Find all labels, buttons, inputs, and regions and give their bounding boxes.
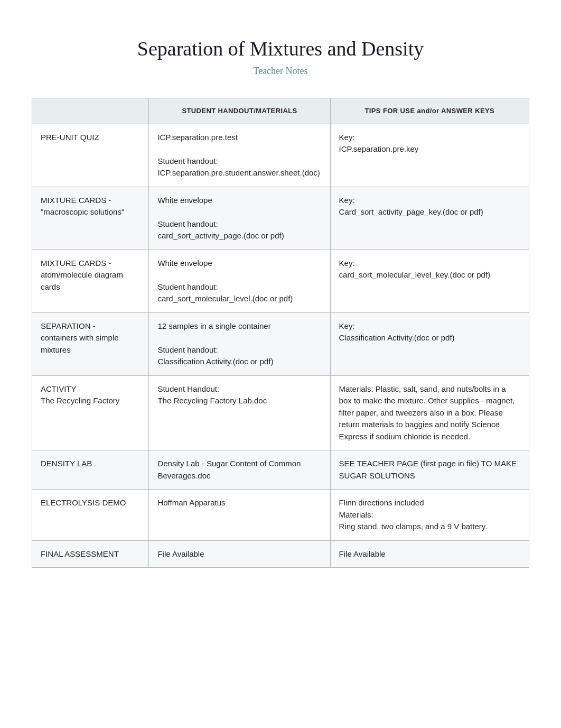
table-row: ACTIVITY The Recycling FactoryStudent Ha… bbox=[32, 375, 529, 450]
row-handout: Hoffman Apparatus bbox=[149, 490, 330, 541]
row-label: SEPARATION - containers with simple mixt… bbox=[32, 312, 149, 375]
row-tips: Materials: Plastic, salt, sand, and nuts… bbox=[330, 375, 529, 450]
row-tips: Key: Classification Activity.(doc or pdf… bbox=[330, 312, 529, 375]
row-handout: White envelope Student handout: card_sor… bbox=[149, 250, 330, 312]
table-row: FINAL ASSESSMENTFile AvailableFile Avail… bbox=[32, 540, 529, 568]
row-tips: File Available bbox=[330, 540, 529, 568]
row-tips: Flinn directions included Materials: Rin… bbox=[330, 490, 529, 541]
row-label: FINAL ASSESSMENT bbox=[32, 540, 149, 568]
row-handout: White envelope Student handout: card_sor… bbox=[149, 187, 330, 250]
row-tips: Key: ICP.separation.pre.key bbox=[330, 124, 529, 187]
table-row: DENSITY LABDensity Lab - Sugar Content o… bbox=[32, 450, 529, 490]
row-label: MIXTURE CARDS - atom/molecule diagram ca… bbox=[32, 250, 149, 312]
header-col2: STUDENT HANDOUT/MATERIALS bbox=[149, 98, 330, 124]
row-label: ELECTROLYSIS DEMO bbox=[32, 490, 149, 541]
row-label: PRE-UNIT QUIZ bbox=[32, 124, 149, 187]
row-handout: File Available bbox=[149, 540, 330, 568]
table-row: SEPARATION - containers with simple mixt… bbox=[32, 312, 529, 375]
page-title: Separation of Mixtures and Density bbox=[32, 37, 529, 60]
row-tips: Key: Card_sort_activity_page_key.(doc or… bbox=[330, 187, 529, 250]
row-handout: Student Handout: The Recycling Factory L… bbox=[149, 375, 330, 450]
table-row: ELECTROLYSIS DEMOHoffman ApparatusFlinn … bbox=[32, 490, 529, 541]
row-handout: 12 samples in a single container Student… bbox=[149, 312, 330, 375]
header-col3: TIPS FOR USE and/or ANSWER KEYS bbox=[330, 98, 529, 124]
row-handout: Density Lab - Sugar Content of Common Be… bbox=[149, 450, 330, 490]
header-col1 bbox=[32, 98, 149, 124]
table-row: MIXTURE CARDS - atom/molecule diagram ca… bbox=[32, 250, 529, 312]
row-handout: ICP.separation.pre.test Student handout:… bbox=[149, 124, 330, 187]
row-label: DENSITY LAB bbox=[32, 450, 149, 490]
row-label: ACTIVITY The Recycling Factory bbox=[32, 375, 149, 450]
content-table: STUDENT HANDOUT/MATERIALS TIPS FOR USE a… bbox=[32, 98, 529, 568]
subtitle: Teacher Notes bbox=[32, 66, 529, 77]
table-row: MIXTURE CARDS - "macroscopic solutions"W… bbox=[32, 187, 529, 250]
row-label: MIXTURE CARDS - "macroscopic solutions" bbox=[32, 187, 149, 250]
row-tips: Key: card_sort_molecular_level_key.(doc … bbox=[330, 250, 529, 312]
table-row: PRE-UNIT QUIZICP.separation.pre.test Stu… bbox=[32, 124, 529, 187]
row-tips: SEE TEACHER PAGE (first page in file) TO… bbox=[330, 450, 529, 490]
